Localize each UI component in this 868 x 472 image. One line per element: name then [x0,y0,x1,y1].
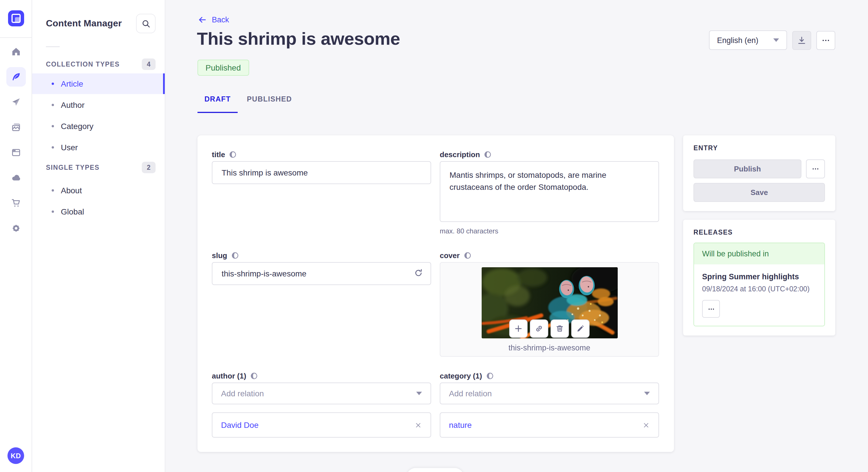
back-link[interactable]: Back [197,15,229,25]
strapi-logo[interactable] [8,10,24,26]
edit-media-button[interactable] [571,319,590,338]
locale-select[interactable]: English (en) [709,30,787,50]
version-tabs: DRAFT PUBLISHED [197,95,292,113]
chevron-down-icon [644,392,650,395]
entry-heading: ENTRY [693,144,825,151]
header-more-button[interactable] [816,31,835,49]
field-author: author (1) Add relation David Doe [212,372,431,452]
deploy-cloud-icon[interactable] [6,168,26,188]
remove-relation-icon[interactable] [642,421,650,429]
sidebar-item-label: Global [61,207,84,216]
cover-filename: this-shrimp-is-awesome [440,343,658,352]
media-library-icon[interactable] [6,117,26,137]
sidebar-item-global[interactable]: Global [32,201,165,222]
content-type-builder-icon[interactable] [6,143,26,162]
page-title: This shrimp is awesome [197,29,400,49]
i18n-globe-icon [250,372,258,380]
releases-icon[interactable] [6,92,26,112]
regenerate-slug-icon[interactable] [413,268,424,278]
sidebar-item-label: Article [61,79,83,88]
field-category-label: category (1) [440,372,482,380]
sidebar-item-label: Category [61,122,94,131]
section-count-badge: 4 [142,59,156,70]
more-dots-icon [707,305,715,313]
field-title: title [212,150,431,251]
locale-value: English (en) [717,36,758,44]
author-relation-item: David Doe [212,412,431,438]
app-window: KD Content Manager COLLECTION TYPES 4 Ar… [0,0,868,472]
category-relation-select[interactable]: Add relation [440,382,659,404]
settings-gear-icon[interactable] [6,218,26,238]
more-dots-icon [821,35,831,45]
link-icon [534,324,544,333]
field-category: category (1) Add relation nature [440,372,659,452]
chevron-down-icon [416,392,422,395]
sidebar-item-category[interactable]: Category [32,116,165,136]
publish-button[interactable]: Publish [693,160,801,178]
release-status: Will be published in [694,243,825,264]
i18n-globe-icon [229,151,237,158]
download-icon [797,35,807,45]
plus-icon [514,324,523,333]
save-button[interactable]: Save [693,183,825,202]
remove-relation-icon[interactable] [414,421,422,429]
section-collection-types: COLLECTION TYPES 4 Article Author Catego… [32,57,165,158]
search-button[interactable] [136,14,156,33]
bullet-dot [52,210,54,213]
cover-actions [440,319,658,338]
relation-link[interactable]: David Doe [221,420,259,430]
home-icon[interactable] [6,42,26,61]
bullet-dot [52,146,54,148]
delete-media-button[interactable] [551,319,569,338]
user-avatar[interactable]: KD [7,447,24,464]
export-button[interactable] [792,31,811,49]
subnav-divider [46,46,60,47]
i18n-globe-icon [486,372,493,380]
section-single-types: SINGLE TYPES 2 About Global [32,161,165,223]
field-author-label: author (1) [212,372,246,380]
cover-media-card: this-shrimp-is-awesome [440,262,659,357]
sidebar-item-author[interactable]: Author [32,95,165,115]
slug-input[interactable] [212,262,431,285]
field-title-label: title [212,150,225,159]
field-description: description Mantis shrimps, or stomatopo… [440,150,659,251]
description-textarea[interactable]: Mantis shrimps, or stomatopods, are mari… [440,161,659,222]
sidebar-item-about[interactable]: About [32,180,165,201]
author-select-placeholder: Add relation [221,389,264,398]
releases-heading: RELEASES [693,229,825,236]
more-dots-icon [811,165,820,173]
releases-panel: RELEASES Will be published in Spring Sum… [683,220,835,336]
content-manager-icon[interactable] [6,67,26,87]
trash-icon [555,324,564,333]
back-arrow-icon [197,15,207,25]
tab-draft[interactable]: DRAFT [197,95,238,113]
category-relation-item: nature [440,412,659,438]
main-content: Back This shrimp is awesome Published En… [165,0,868,472]
scroll-peek-element [406,468,464,472]
field-cover: cover [440,251,659,372]
release-title: Spring Summer highlights [702,272,816,281]
sidebar-item-user[interactable]: User [32,137,165,158]
entry-more-button[interactable] [806,160,825,178]
relation-link[interactable]: nature [449,420,472,430]
section-label: SINGLE TYPES [46,164,100,171]
back-label: Back [212,15,229,24]
sidebar-item-article[interactable]: Article [32,73,165,94]
copy-link-button[interactable] [530,319,548,338]
marketplace-cart-icon[interactable] [6,193,26,213]
header-actions: English (en) [709,30,835,50]
add-media-button[interactable] [509,319,528,338]
field-cover-label: cover [440,251,460,260]
tab-published[interactable]: PUBLISHED [247,95,292,113]
entry-panel: ENTRY Publish Save [683,135,835,211]
strapi-logo-glyph-accent [15,17,20,22]
chevron-down-icon [773,38,779,42]
i18n-globe-icon [464,252,471,259]
author-relation-select[interactable]: Add relation [212,382,431,404]
rail-divider [0,37,32,38]
bullet-dot [52,125,54,127]
release-card: Will be published in Spring Summer highl… [693,243,825,326]
title-input[interactable] [212,161,431,184]
release-more-button[interactable] [702,300,720,318]
i18n-globe-icon [231,252,239,259]
